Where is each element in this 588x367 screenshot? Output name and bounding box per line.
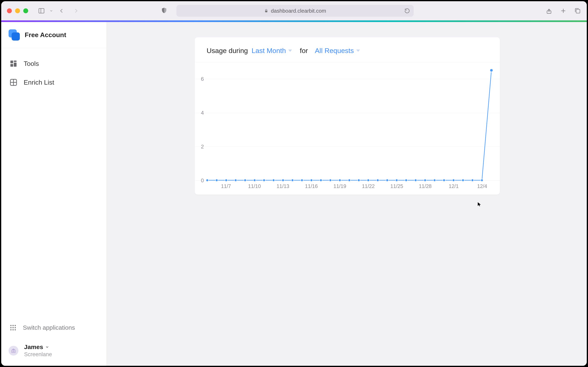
chart-data-point[interactable] xyxy=(443,179,445,182)
svg-point-23 xyxy=(15,329,16,331)
chart-data-point[interactable] xyxy=(339,179,341,182)
svg-point-15 xyxy=(10,325,12,326)
sidebar-nav: Tools Enrich List xyxy=(1,48,106,92)
chart-data-point[interactable] xyxy=(206,179,208,182)
account-header[interactable]: Free Account xyxy=(1,22,106,48)
chevron-down-icon[interactable] xyxy=(49,9,53,13)
main-panel: Usage during Last Month for All Requests… xyxy=(107,22,587,366)
svg-rect-11 xyxy=(10,64,13,67)
chart-data-point[interactable] xyxy=(301,179,303,182)
dropdown-arrow-icon xyxy=(288,50,292,52)
switch-applications-button[interactable]: Switch applications xyxy=(9,321,99,334)
usage-chart: 024611/711/1011/1311/1611/1911/2211/2511… xyxy=(195,62,500,194)
chart-data-point[interactable] xyxy=(282,179,284,182)
chart-data-point[interactable] xyxy=(405,179,407,182)
user-company: Screenlane xyxy=(24,351,52,358)
traffic-lights xyxy=(7,8,28,13)
chart-data-point[interactable] xyxy=(481,179,483,182)
svg-rect-0 xyxy=(39,8,44,13)
svg-rect-7 xyxy=(576,9,580,13)
chart-data-point[interactable] xyxy=(348,179,351,182)
svg-rect-25 xyxy=(13,350,14,352)
sidebar-item-enrich-list[interactable]: Enrich List xyxy=(1,73,106,92)
chart-data-point[interactable] xyxy=(396,179,398,182)
chart-data-point[interactable] xyxy=(272,179,275,182)
chart-svg xyxy=(195,62,500,194)
chart-data-point[interactable] xyxy=(320,179,322,182)
chart-x-tick-label: 11/13 xyxy=(277,183,289,189)
chart-data-point[interactable] xyxy=(462,179,464,182)
usage-card: Usage during Last Month for All Requests… xyxy=(195,37,500,194)
chevron-down-icon xyxy=(45,345,49,349)
window-close-button[interactable] xyxy=(7,8,12,13)
chart-data-point[interactable] xyxy=(253,179,256,182)
chart-data-point[interactable] xyxy=(329,179,332,182)
usage-during-text: Usage during xyxy=(207,47,248,55)
chart-x-tick-label: 12/1 xyxy=(449,183,459,189)
chart-x-tick-label: 12/4 xyxy=(477,183,487,189)
tabs-overview-icon[interactable] xyxy=(574,7,581,14)
apps-grid-icon xyxy=(9,324,17,331)
for-text: for xyxy=(300,47,308,55)
chart-x-tick-label: 11/25 xyxy=(390,183,403,189)
sidebar-toggle-icon[interactable] xyxy=(38,7,45,14)
switch-apps-label: Switch applications xyxy=(23,324,75,331)
new-tab-icon[interactable] xyxy=(560,7,567,14)
titlebar: dashboard.clearbit.com xyxy=(1,1,587,20)
chart-data-point[interactable] xyxy=(415,179,417,182)
forward-button[interactable] xyxy=(73,7,80,14)
chart-data-point[interactable] xyxy=(452,179,455,182)
chart-data-point[interactable] xyxy=(376,179,379,182)
chart-data-point[interactable] xyxy=(244,179,246,182)
scope-dropdown-label: All Requests xyxy=(315,47,354,55)
chart-x-tick-label: 11/16 xyxy=(305,183,318,189)
sidebar-item-tools[interactable]: Tools xyxy=(1,54,106,73)
chart-data-point[interactable] xyxy=(424,179,426,182)
back-button[interactable] xyxy=(58,7,65,14)
scope-dropdown[interactable]: All Requests xyxy=(315,47,360,55)
svg-point-17 xyxy=(15,325,16,326)
user-name: James xyxy=(24,343,43,350)
chart-data-point[interactable] xyxy=(263,179,265,182)
svg-rect-8 xyxy=(10,60,13,63)
user-menu[interactable]: James Screenlane xyxy=(9,343,99,358)
chart-data-point[interactable] xyxy=(234,179,237,182)
chart-x-tick-label: 11/19 xyxy=(333,183,346,189)
account-label: Free Account xyxy=(25,31,66,39)
chart-data-point[interactable] xyxy=(433,179,436,182)
chart-line xyxy=(207,70,492,180)
chart-data-point[interactable] xyxy=(471,179,474,182)
chart-data-point[interactable] xyxy=(310,179,312,182)
toolbar-left-group xyxy=(38,7,53,14)
chart-data-point[interactable] xyxy=(225,179,227,182)
chart-data-point[interactable] xyxy=(386,179,389,182)
app-window: dashboard.clearbit.com Free Account Tool… xyxy=(1,1,587,366)
chart-x-tick-label: 11/7 xyxy=(221,183,231,189)
chart-data-point[interactable] xyxy=(291,179,294,182)
bank-icon xyxy=(11,348,16,354)
window-maximize-button[interactable] xyxy=(23,8,28,13)
sidebar: Free Account Tools Enrich List Switch ap… xyxy=(1,22,107,366)
chart-data-point[interactable] xyxy=(357,179,360,182)
content-area: Free Account Tools Enrich List Switch ap… xyxy=(1,22,587,366)
chart-data-point[interactable] xyxy=(367,179,370,182)
period-dropdown-label: Last Month xyxy=(251,47,286,55)
sidebar-item-label: Tools xyxy=(24,60,39,67)
window-minimize-button[interactable] xyxy=(15,8,20,13)
svg-point-21 xyxy=(10,329,12,331)
period-dropdown[interactable]: Last Month xyxy=(251,47,292,55)
chart-data-point[interactable] xyxy=(490,69,493,72)
grid-icon xyxy=(9,78,17,86)
tools-icon xyxy=(9,59,17,68)
chart-data-point[interactable] xyxy=(215,179,218,182)
privacy-shield-icon[interactable] xyxy=(161,7,167,15)
address-bar[interactable]: dashboard.clearbit.com xyxy=(176,5,414,17)
svg-rect-26 xyxy=(15,350,16,352)
share-icon[interactable] xyxy=(545,7,553,14)
sidebar-item-label: Enrich List xyxy=(24,79,54,86)
user-texts: James Screenlane xyxy=(24,343,52,358)
lock-icon xyxy=(264,8,268,13)
chart-x-tick-label: 11/10 xyxy=(248,183,261,189)
reload-icon[interactable] xyxy=(404,8,410,14)
svg-point-19 xyxy=(12,327,14,328)
